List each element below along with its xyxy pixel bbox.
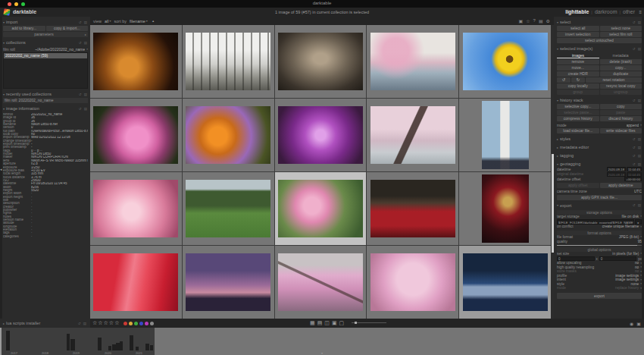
collapse-left-panel-handle[interactable]: ◂ bbox=[0, 167, 2, 171]
grid-cell[interactable] bbox=[90, 99, 182, 171]
grid-cell[interactable] bbox=[367, 172, 458, 245]
grid-cell[interactable] bbox=[183, 172, 274, 245]
copy-import-button[interactable]: copy & import... bbox=[46, 26, 89, 31]
timeline-panel[interactable]: 20172018201920202021 ▾ bbox=[0, 328, 644, 355]
star-icon[interactable]: ☆ bbox=[114, 319, 119, 327]
lua-scripts-installer-module[interactable]: ▸ lua scripts installer ↺ ▤ bbox=[0, 319, 90, 328]
color-label-dot[interactable] bbox=[134, 322, 138, 325]
grid-cell[interactable] bbox=[183, 99, 274, 171]
color-label-dot[interactable] bbox=[123, 322, 127, 325]
grid-cell[interactable] bbox=[275, 25, 367, 98]
grid-cell[interactable] bbox=[367, 246, 458, 319]
grid-cell[interactable] bbox=[275, 99, 367, 171]
import-parameters-expander[interactable]: parameters▸ bbox=[3, 32, 88, 37]
star-icon[interactable]: ☆ bbox=[109, 319, 114, 327]
color-label-dot[interactable] bbox=[129, 322, 133, 325]
overlays-icon[interactable]: ☆ bbox=[526, 18, 530, 24]
rotate-cw-icon[interactable]: ↻ bbox=[571, 77, 585, 83]
module-header-icons[interactable]: ↺ ▤ bbox=[79, 107, 88, 111]
history-mode-dropdown[interactable]: append bbox=[627, 123, 639, 127]
shortcuts-icon[interactable]: ▤ bbox=[539, 18, 543, 24]
grid-cell[interactable] bbox=[90, 172, 182, 245]
datetime-offset-field[interactable]: +00:00:00 bbox=[624, 177, 642, 181]
focus-peaking-icon[interactable]: ◉ bbox=[630, 321, 633, 326]
copy-button[interactable]: copy bbox=[600, 104, 642, 109]
style-dropdown[interactable]: none bbox=[631, 282, 639, 286]
view-tab-darkroom[interactable]: darkroom bbox=[595, 9, 617, 14]
timeline-scroll-handle[interactable] bbox=[0, 328, 2, 355]
remove-button[interactable]: remove bbox=[557, 59, 599, 64]
grid-cell[interactable] bbox=[90, 25, 182, 98]
reset-rotation-button[interactable]: reset rotation bbox=[586, 77, 642, 83]
datetime-date-field[interactable]: 2020-09-18 bbox=[607, 167, 626, 171]
star-icon[interactable]: ☆ bbox=[104, 319, 108, 327]
apply-offset-button[interactable]: apply offset bbox=[557, 183, 599, 188]
view-tab-other[interactable]: other bbox=[623, 9, 635, 14]
star-icon[interactable]: ☆ bbox=[98, 319, 102, 327]
grid-cell[interactable] bbox=[275, 246, 367, 319]
max-height-input[interactable]: 0 bbox=[599, 256, 637, 261]
set-size-dropdown[interactable]: in pixels (for file) bbox=[612, 252, 639, 256]
grid-cell[interactable] bbox=[367, 25, 458, 98]
file-format-dropdown[interactable]: JPEG (8-bit) bbox=[619, 235, 639, 239]
resync-local-copy-button[interactable]: resync local copy bbox=[600, 83, 642, 89]
tab-images[interactable]: images bbox=[557, 52, 599, 58]
selective-paste-button[interactable]: selective paste... bbox=[557, 110, 599, 115]
compress-history-button[interactable]: compress history bbox=[557, 116, 599, 121]
load-sidecar-file-button[interactable]: load sidecar file... bbox=[557, 128, 599, 134]
invert-selection-button[interactable]: invert selection bbox=[557, 32, 599, 37]
color-label-dot[interactable] bbox=[139, 322, 143, 325]
move-button[interactable]: move... bbox=[557, 65, 599, 71]
select-none-button[interactable]: select none bbox=[600, 26, 642, 31]
group-button[interactable]: group bbox=[557, 90, 599, 95]
apply-gpx-button[interactable]: apply GPX track file... bbox=[557, 195, 642, 200]
grid-cell[interactable] bbox=[367, 99, 458, 171]
select-all-button[interactable]: select all bbox=[557, 26, 599, 31]
camera-timezone-dropdown[interactable]: UTC bbox=[634, 189, 642, 193]
quality-slider[interactable]: quality 95 bbox=[557, 240, 642, 246]
filmroll-filter-dropdown[interactable]: ~/Adobe/20220202_no_name bbox=[35, 47, 85, 52]
grouping-icon[interactable]: ▣ bbox=[519, 18, 524, 24]
star-icon[interactable]: ☆ bbox=[92, 319, 97, 327]
culling-fixed-icon[interactable]: ◫ bbox=[324, 320, 330, 326]
collection-list-item[interactable]: 20220202_no_name (59) bbox=[4, 53, 87, 58]
hamburger-menu-icon[interactable]: ≡ bbox=[639, 10, 642, 14]
thumbnail-zoom-slider[interactable] bbox=[352, 322, 386, 323]
sort-direction-toggle[interactable]: ▴ bbox=[152, 19, 154, 23]
color-label-dot[interactable] bbox=[150, 322, 154, 325]
max-width-input[interactable]: 0 bbox=[557, 256, 595, 261]
target-storage-dropdown[interactable]: file on disk bbox=[622, 215, 639, 218]
selective-copy-button[interactable]: selective copy... bbox=[557, 104, 599, 109]
module-header-icons[interactable]: ↺ ▤ bbox=[633, 154, 642, 158]
full-preview-icon[interactable]: ▢ bbox=[339, 320, 345, 326]
second-window-icon[interactable]: ▣ bbox=[636, 321, 641, 326]
grid-cell[interactable] bbox=[459, 172, 551, 245]
module-header-icons[interactable]: ↺ ▤ bbox=[633, 137, 642, 141]
add-to-library-button[interactable]: add to library... bbox=[3, 26, 45, 31]
rotate-ccw-icon[interactable]: ↺ bbox=[557, 77, 571, 83]
discard-history-button[interactable]: discard history bbox=[600, 116, 642, 121]
color-label-dot[interactable] bbox=[145, 322, 148, 325]
write-sidecar-files-button[interactable]: write sidecar files bbox=[600, 128, 642, 134]
grid-cell[interactable] bbox=[90, 246, 182, 319]
grid-cell[interactable] bbox=[183, 25, 274, 98]
copy-locally-button[interactable]: copy locally bbox=[557, 83, 599, 89]
apply-datetime-button[interactable]: apply datetime bbox=[600, 183, 642, 188]
timeline-collapse-handle[interactable]: ▾ bbox=[321, 351, 323, 355]
module-header-icons[interactable]: ↺ ▤ bbox=[633, 47, 642, 51]
timeline-histogram[interactable]: 20172018201920202021 bbox=[0, 328, 155, 355]
copy-button[interactable]: copy... bbox=[600, 65, 642, 71]
folder-picker-icon[interactable]: ▸ bbox=[635, 219, 642, 225]
module-header-icons[interactable]: ↺ ▤ bbox=[633, 99, 642, 102]
select-untouched-button[interactable]: select untouched bbox=[557, 38, 642, 43]
view-filter-dropdown[interactable]: all bbox=[105, 19, 109, 24]
profile-dropdown[interactable]: image settings bbox=[615, 274, 639, 278]
culling-dynamic-icon[interactable]: ▣ bbox=[332, 320, 337, 326]
module-header-icons[interactable]: ↺ ▤ bbox=[78, 322, 87, 325]
help-icon[interactable]: ? bbox=[533, 18, 536, 24]
grid-cell[interactable] bbox=[183, 246, 274, 319]
allow-upscaling-dropdown[interactable]: no bbox=[635, 261, 639, 265]
module-header-icons[interactable]: ↺ ▤ bbox=[633, 162, 642, 166]
ungroup-button[interactable]: ungroup bbox=[600, 90, 642, 95]
recent-collection-item[interactable]: film roll: 20220202_no_name bbox=[3, 98, 88, 103]
